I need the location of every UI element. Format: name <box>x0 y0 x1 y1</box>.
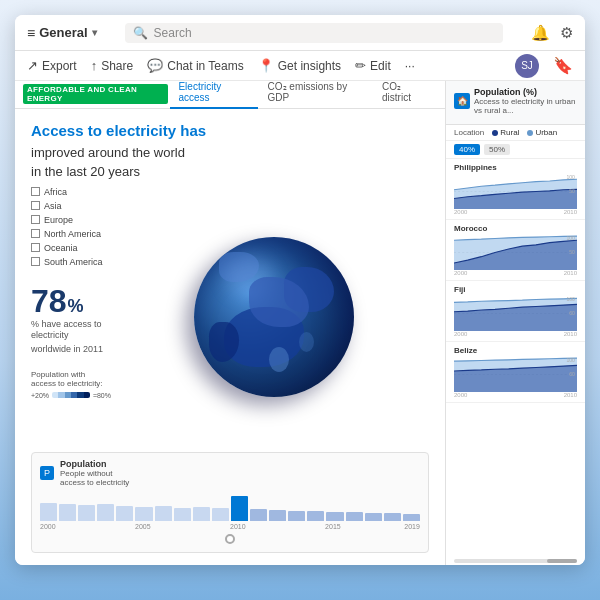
legend-low-label: +20% <box>31 392 49 399</box>
globe-asia <box>284 267 334 312</box>
timeline-slider[interactable] <box>225 534 235 544</box>
mini-chart: 10060 <box>454 357 577 392</box>
region-item[interactable]: South America <box>31 257 111 267</box>
panel-subtitle: Access to electricity in urban vs rural … <box>474 97 577 115</box>
region-item[interactable]: Oceania <box>31 243 111 253</box>
chart-country-label: Belize <box>454 346 577 355</box>
tab-co2-district[interactable]: CO₂ district <box>374 81 437 109</box>
avatar-initials: SJ <box>521 60 533 71</box>
legend-bar: +20% =80% <box>31 392 111 399</box>
toolbar: ↗ Export ↑ Share 💬 Chat in Teams 📍 Get i… <box>15 51 585 81</box>
search-icon: 🔍 <box>133 26 148 40</box>
stat-suffix: % <box>68 296 84 317</box>
legend-row: Location Rural Urban <box>446 125 585 141</box>
avatar[interactable]: SJ <box>515 54 539 78</box>
chart-svg: 10050 <box>454 174 577 209</box>
tab-electricity[interactable]: Electricity access <box>170 81 257 109</box>
timeline-bar[interactable] <box>403 514 420 521</box>
region-checkbox[interactable] <box>31 187 40 196</box>
timeline-bar[interactable] <box>231 496 248 521</box>
timeline-bar[interactable] <box>135 507 152 521</box>
svg-text:60: 60 <box>569 371 575 377</box>
svg-text:100: 100 <box>566 235 575 241</box>
app-window: ≡ General ▾ 🔍 Search 🔔 ⚙ ↗ Export ↑ Shar… <box>15 15 585 565</box>
timeline-bar[interactable] <box>212 508 229 521</box>
chart-x-labels: 20002010 <box>454 209 577 215</box>
timeline-bar[interactable] <box>155 506 172 521</box>
region-label: North America <box>44 229 101 239</box>
bookmark-icon[interactable]: 🔖 <box>553 56 573 75</box>
export-label: Export <box>42 59 77 73</box>
timeline-bar[interactable] <box>307 511 324 521</box>
channel-selector[interactable]: ≡ General ▾ <box>27 25 97 41</box>
region-item[interactable]: North America <box>31 229 111 239</box>
region-item[interactable]: Europe <box>31 215 111 225</box>
globe-australia <box>269 347 289 372</box>
region-checkbox[interactable] <box>31 215 40 224</box>
rural-legend: Rural <box>492 128 519 137</box>
region-list: AfricaAsiaEuropeNorth AmericaOceaniaSout… <box>31 187 111 267</box>
tab-co2-gdp[interactable]: CO₂ emissions by GDP <box>260 81 372 109</box>
region-item[interactable]: Asia <box>31 201 111 211</box>
timeline-bar[interactable] <box>365 513 382 521</box>
mini-chart: 10050 <box>454 174 577 209</box>
timeline-bar[interactable] <box>269 510 286 521</box>
get-insights-button[interactable]: 📍 Get insights <box>258 58 341 73</box>
region-checkbox[interactable] <box>31 201 40 210</box>
globe-visualization <box>194 237 354 397</box>
report-subtitle-2: in the last 20 years <box>31 164 429 179</box>
filter-40-button[interactable]: 40% <box>454 144 480 155</box>
search-bar[interactable]: 🔍 Search <box>125 23 503 43</box>
settings-icon[interactable]: ⚙ <box>560 24 573 42</box>
timeline-bar[interactable] <box>97 504 114 521</box>
chat-in-teams-button[interactable]: 💬 Chat in Teams <box>147 58 243 73</box>
chart-country-label: Philippines <box>454 163 577 172</box>
timeline-bar[interactable] <box>346 512 363 521</box>
edit-label: Edit <box>370 59 391 73</box>
timeline-bar[interactable] <box>116 506 133 521</box>
region-checkbox[interactable] <box>31 257 40 266</box>
report-content: Access to electricity has improved aroun… <box>15 109 445 565</box>
filter-50-button[interactable]: 50% <box>484 144 510 155</box>
more-options-button[interactable]: ··· <box>405 59 415 73</box>
chevron-down-icon: ▾ <box>92 27 97 38</box>
chart-country-label: Fiji <box>454 285 577 294</box>
timeline-bar[interactable] <box>384 513 401 521</box>
edit-button[interactable]: ✏ Edit <box>355 58 391 73</box>
chart-item: Belize1006020002010 <box>446 342 585 403</box>
region-checkbox[interactable] <box>31 243 40 252</box>
stat-desc-1: % have access to electricity <box>31 319 111 342</box>
region-checkbox[interactable] <box>31 229 40 238</box>
timeline-bar[interactable] <box>326 512 343 521</box>
top-bar: ≡ General ▾ 🔍 Search 🔔 ⚙ <box>15 15 585 51</box>
timeline-bar[interactable] <box>288 511 305 521</box>
timeline-bar[interactable] <box>193 507 210 521</box>
chart-svg: 10060 <box>454 296 577 331</box>
region-label: Oceania <box>44 243 78 253</box>
chart-country-label: Morocco <box>454 224 577 233</box>
urban-dot <box>527 130 533 136</box>
legend-segment <box>84 392 90 398</box>
rural-dot <box>492 130 498 136</box>
share-button[interactable]: ↑ Share <box>91 58 134 73</box>
year-label: 2015 <box>325 523 341 530</box>
timeline-bar[interactable] <box>174 508 191 521</box>
timeline-bar[interactable] <box>40 503 57 521</box>
report-title: Access to electricity has <box>31 121 429 141</box>
region-item[interactable]: Africa <box>31 187 111 197</box>
export-button[interactable]: ↗ Export <box>27 58 77 73</box>
report-badge: AFFORDABLE AND CLEAN ENERGY <box>23 84 168 104</box>
timeline-bar[interactable] <box>78 505 95 521</box>
timeline-bar[interactable] <box>250 509 267 521</box>
bell-icon[interactable]: 🔔 <box>531 24 550 42</box>
timeline-bar[interactable] <box>59 504 76 521</box>
globe-se-asia <box>299 332 314 352</box>
chart-x-label: 2000 <box>454 209 467 215</box>
chat-label: Chat in Teams <box>167 59 243 73</box>
horizontal-scrollbar[interactable] <box>454 559 577 563</box>
more-icon: ··· <box>405 59 415 73</box>
legend-gradient <box>52 392 90 398</box>
svg-text:50: 50 <box>569 249 575 255</box>
edit-icon: ✏ <box>355 58 366 73</box>
svg-text:100: 100 <box>566 357 575 363</box>
